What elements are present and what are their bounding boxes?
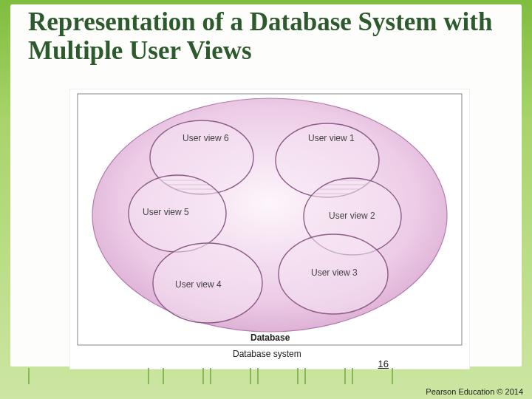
user-view-3-label: User view 3: [311, 267, 358, 278]
copyright-footer: Pearson Education © 2014: [426, 387, 523, 396]
user-view-2-label: User view 2: [329, 211, 375, 221]
content-area: Representation of a Database System with…: [10, 4, 522, 366]
diagram-container: User view 6 User view 1 User view 5 User…: [69, 89, 470, 369]
user-view-1-label: User view 1: [308, 133, 355, 143]
slide: Representation of a Database System with…: [0, 0, 532, 399]
database-label: Database: [250, 332, 290, 343]
database-views-diagram: User view 6 User view 1 User view 5 User…: [70, 89, 469, 369]
footer-bar-decoration: [0, 368, 532, 384]
user-view-4-label: User view 4: [175, 279, 222, 290]
database-system-label: Database system: [233, 349, 301, 359]
user-view-5-label: User view 5: [143, 207, 189, 217]
user-view-6-label: User view 6: [183, 133, 229, 143]
slide-title: Representation of a Database System with…: [28, 7, 504, 65]
